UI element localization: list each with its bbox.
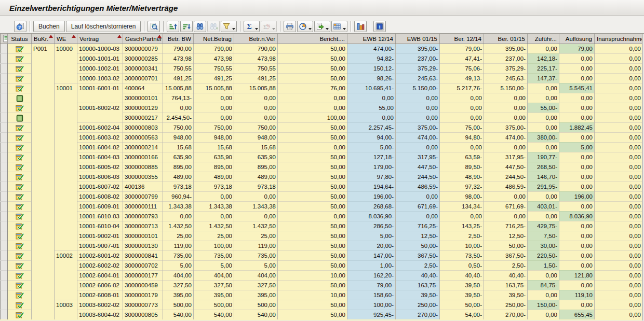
cell-zufuehr[interactable]: 380,00- <box>528 133 559 143</box>
cell-geschpartner[interactable]: 400064 <box>123 83 163 93</box>
cell-vertrag[interactable]: 10001-9007-01 <box>77 241 123 251</box>
cell-ewb-01-15[interactable]: 12,50- <box>396 231 440 241</box>
cell-bericht[interactable]: 50,00 <box>278 133 347 143</box>
cell-bericht[interactable]: 0,00 <box>278 143 347 152</box>
cell-ewb-12-14[interactable]: 100,00- <box>347 300 396 310</box>
column-header-ber-01-15[interactable]: Ber. 01/15 <box>484 34 528 44</box>
column-header-geschpartner[interactable]: GeschPartner <box>123 34 163 44</box>
row-selector[interactable] <box>1 192 8 202</box>
cell-net-betrag[interactable]: 735,00 <box>194 251 234 261</box>
cell-ber-01-15[interactable]: 245,63- <box>484 74 528 83</box>
cell-ewb-01-15[interactable]: 0,00 <box>396 103 440 113</box>
cell-ber-01-15[interactable]: 375,29- <box>484 64 528 74</box>
cell-ewb-01-15[interactable]: 375,29- <box>396 64 440 74</box>
cell-we[interactable] <box>55 290 77 300</box>
cell-ewb-01-15[interactable]: 250,00- <box>396 300 440 310</box>
cell-geschpartner[interactable]: 3000000702 <box>123 261 163 271</box>
cell-betr-bw[interactable]: 540,00 <box>163 310 194 320</box>
cell-we[interactable]: 10003 <box>55 300 77 310</box>
graphics-button[interactable] <box>354 21 367 32</box>
cell-bukr[interactable] <box>32 202 55 212</box>
cell-we[interactable] <box>55 143 77 152</box>
cell-zufuehr[interactable]: 0,00 <box>528 310 559 320</box>
cell-ber-12-14[interactable]: 73,50- <box>440 251 484 261</box>
cell-aufloesung[interactable]: 0,00 <box>559 251 595 261</box>
cell-net-betrag[interactable]: 0,00 <box>194 113 234 123</box>
cell-bukr[interactable] <box>32 113 55 123</box>
cell-we[interactable] <box>55 221 77 231</box>
cell-ewb-12-14[interactable]: 10.695,41- <box>347 83 396 93</box>
cell-betr-n-ver[interactable]: 500,00 <box>234 300 278 310</box>
cell-betr-bw[interactable]: 0,00 <box>163 212 194 221</box>
cell-bericht[interactable]: 0,00 <box>278 212 347 221</box>
cell-inanspruchnahme[interactable]: 0,00 <box>595 300 643 310</box>
cell-inanspruchnahme[interactable]: 0,00 <box>595 123 643 133</box>
row-selector[interactable] <box>1 133 8 143</box>
cell-betr-n-ver[interactable]: 15,68 <box>234 143 278 152</box>
cell-status[interactable] <box>8 54 32 64</box>
cell-betr-bw[interactable]: 790,00 <box>163 44 194 54</box>
cell-ewb-12-14[interactable]: 158,60- <box>347 290 396 300</box>
cell-inanspruchnahme[interactable]: 0,00 <box>595 221 643 231</box>
cell-vertrag[interactable]: 10001-6010-04 <box>77 221 123 231</box>
cell-aufloesung[interactable]: 655,45 <box>559 310 595 320</box>
cell-ewb-12-14[interactable]: 179,00- <box>347 162 396 172</box>
cell-net-betrag[interactable]: 15,68 <box>194 143 234 152</box>
cell-bukr[interactable] <box>32 231 55 241</box>
row-selector[interactable] <box>1 182 8 192</box>
cell-net-betrag[interactable]: 0,00 <box>194 192 234 202</box>
cell-ber-12-14[interactable]: 2,50- <box>440 231 484 241</box>
cell-bukr[interactable] <box>32 221 55 231</box>
cell-betr-n-ver[interactable]: 15.005,88 <box>234 83 278 93</box>
cell-ber-01-15[interactable]: 2,50- <box>484 261 528 271</box>
cell-ewb-12-14[interactable]: 2.257,45- <box>347 123 396 133</box>
find-button[interactable] <box>194 21 206 32</box>
cell-vertrag[interactable]: 10003-6002-02 <box>77 300 123 310</box>
cell-vertrag[interactable]: 10001-6007-02 <box>77 182 123 192</box>
cell-ber-01-15[interactable]: 395,00- <box>484 44 528 54</box>
cell-aufloesung[interactable]: 0,00 <box>559 162 595 172</box>
cell-inanspruchnahme[interactable]: 0,00 <box>595 103 643 113</box>
cell-aufloesung[interactable]: 5,00 <box>559 143 595 152</box>
cell-aufloesung[interactable]: 0,00 <box>559 172 595 182</box>
cell-ewb-01-15[interactable]: 244,50- <box>396 172 440 182</box>
cell-we[interactable] <box>55 54 77 64</box>
cell-ber-01-15[interactable]: 671,69- <box>484 202 528 212</box>
cell-vertrag[interactable]: 10001-6004-03 <box>77 152 123 162</box>
cell-ber-12-14[interactable]: 54,00- <box>440 310 484 320</box>
cell-inanspruchnahme[interactable]: 0,00 <box>595 212 643 221</box>
cell-ber-01-15[interactable]: 244,50- <box>484 172 528 182</box>
cell-ewb-01-15[interactable]: 245,63- <box>396 74 440 83</box>
cell-aufloesung[interactable]: 196,00 <box>559 192 595 202</box>
cell-ewb-01-15[interactable]: 671,69- <box>396 202 440 212</box>
cell-betr-n-ver[interactable]: 0,00 <box>234 212 278 221</box>
cell-ber-12-14[interactable]: 94,80- <box>440 133 484 143</box>
cell-vertrag[interactable] <box>77 93 123 103</box>
cell-zufuehr[interactable]: 225,17- <box>528 64 559 74</box>
cell-net-betrag[interactable]: 635,90 <box>194 152 234 162</box>
cell-ber-01-15[interactable]: 0,00 <box>484 113 528 123</box>
cell-ewb-12-14[interactable]: 55,00 <box>347 103 396 113</box>
cell-bericht[interactable]: 0,00 <box>278 93 347 103</box>
cell-aufloesung[interactable]: 121,80 <box>559 271 595 281</box>
cell-zufuehr[interactable]: 190,77- <box>528 152 559 162</box>
cell-status[interactable] <box>8 133 32 143</box>
cell-betr-bw[interactable]: 750,55 <box>163 64 194 74</box>
row-selector[interactable] <box>1 74 8 83</box>
cell-geschpartner[interactable]: 3000000166 <box>123 152 163 162</box>
cell-betr-n-ver[interactable]: 395,00 <box>234 290 278 300</box>
cell-betr-n-ver[interactable]: 0,00 <box>234 103 278 113</box>
info-button[interactable]: i <box>373 21 386 32</box>
cell-betr-bw[interactable]: 750,00 <box>163 123 194 133</box>
cell-bericht[interactable]: 10,00 <box>278 271 347 281</box>
cell-bericht[interactable]: 50,00 <box>278 152 347 162</box>
cell-bericht[interactable]: 10,00 <box>278 290 347 300</box>
cell-ber-12-14[interactable]: 0,50- <box>440 261 484 271</box>
cell-aufloesung[interactable]: 0,00 <box>559 54 595 64</box>
cell-vertrag[interactable]: 10003-6004-02 <box>77 310 123 320</box>
row-selector[interactable] <box>1 162 8 172</box>
cell-geschpartner[interactable]: 3000000285 <box>123 54 163 64</box>
cell-vertrag[interactable]: 10001-6002-04 <box>77 123 123 133</box>
cell-vertrag[interactable]: 10001-6005-02 <box>77 162 123 172</box>
cell-vertrag[interactable]: 10002-6006-02 <box>77 281 123 290</box>
